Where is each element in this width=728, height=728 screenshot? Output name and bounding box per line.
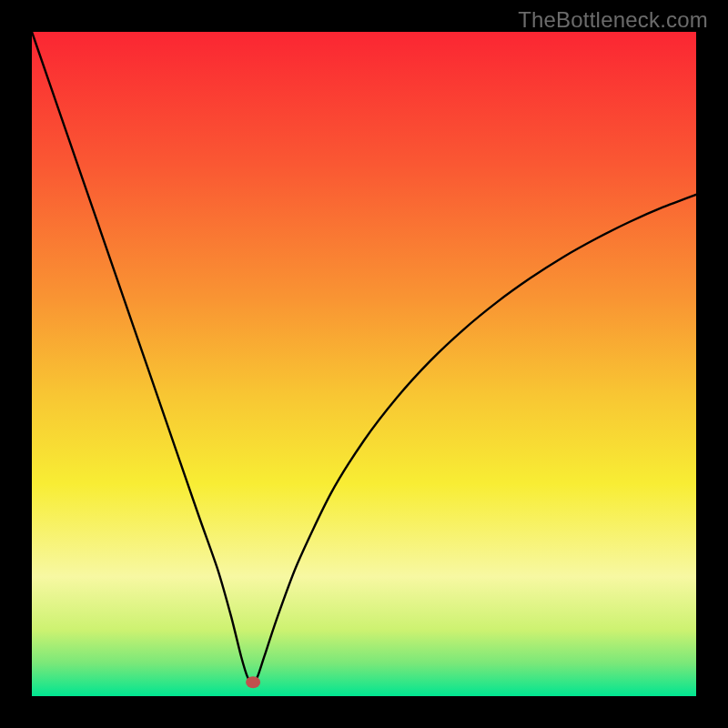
bottleneck-curve	[32, 32, 696, 696]
plot-area	[32, 32, 696, 696]
watermark-text: TheBottleneck.com	[518, 7, 708, 33]
marker-dot	[246, 676, 260, 688]
chart-frame: TheBottleneck.com	[0, 0, 728, 728]
